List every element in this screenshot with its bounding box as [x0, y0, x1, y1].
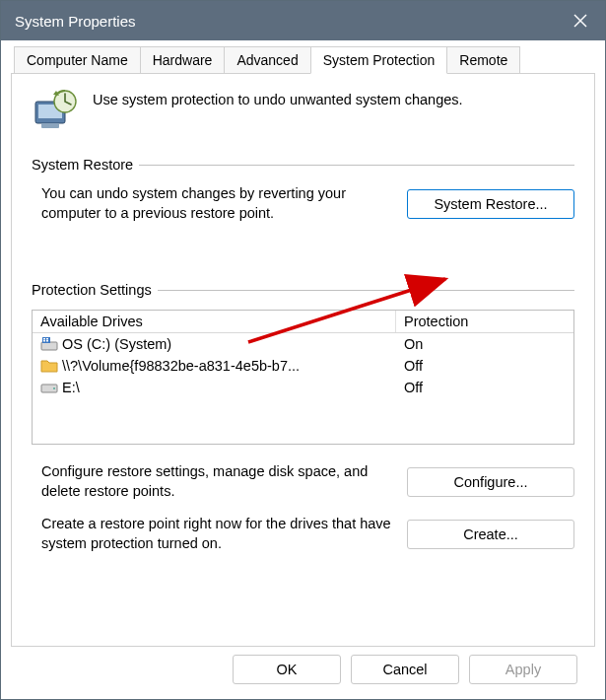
system-restore-text: You can undo system changes by reverting…	[41, 184, 391, 223]
table-header: Available Drives Protection	[33, 311, 573, 333]
header-available-drives[interactable]: Available Drives	[33, 311, 396, 332]
configure-row: Configure restore settings, manage disk …	[32, 462, 574, 501]
tab-panel-system-protection: Use system protection to undo unwanted s…	[11, 73, 595, 647]
tab-advanced[interactable]: Advanced	[224, 46, 310, 74]
tab-hardware[interactable]: Hardware	[140, 46, 226, 74]
drives-table: Available Drives Protection OS (C:) (Sys…	[32, 310, 574, 445]
svg-point-16	[53, 387, 55, 389]
header-protection[interactable]: Protection	[396, 311, 573, 332]
close-button[interactable]	[556, 1, 605, 40]
table-row[interactable]: OS (C:) (System) On	[33, 333, 573, 355]
close-icon	[573, 14, 587, 28]
titlebar: System Properties	[1, 1, 605, 40]
drive-icon	[40, 380, 58, 395]
cancel-button[interactable]: Cancel	[351, 655, 459, 684]
configure-button[interactable]: Configure...	[407, 467, 574, 497]
dialog-footer: OK Cancel Apply	[11, 647, 595, 698]
table-body: OS (C:) (System) On \\?\Volume{f98832be-…	[33, 333, 573, 444]
create-text: Create a restore point right now for the…	[41, 515, 391, 553]
group-system-restore-label: System Restore	[32, 157, 574, 173]
protection-status: Off	[396, 355, 573, 377]
svg-rect-13	[46, 338, 48, 340]
create-button[interactable]: Create...	[407, 520, 574, 549]
table-row[interactable]: \\?\Volume{f98832be-a831-4e5b-b7... Off	[33, 355, 573, 377]
folder-icon	[40, 358, 58, 374]
protection-status: On	[396, 333, 573, 355]
tab-computer-name[interactable]: Computer Name	[14, 46, 141, 74]
protection-status: Off	[396, 377, 573, 398]
drive-name: \\?\Volume{f98832be-a831-4e5b-b7...	[62, 358, 300, 374]
group-protection-settings-label: Protection Settings	[32, 282, 574, 298]
apply-button[interactable]: Apply	[469, 655, 577, 684]
drive-name: E:\	[62, 380, 80, 395]
svg-rect-9	[41, 342, 57, 350]
window-title: System Properties	[15, 13, 556, 30]
svg-rect-12	[43, 340, 45, 342]
tab-system-protection[interactable]: System Protection	[310, 46, 448, 74]
intro-row: Use system protection to undo unwanted s…	[32, 88, 574, 135]
drive-name: OS (C:) (System)	[62, 336, 171, 352]
system-restore-button[interactable]: System Restore...	[407, 189, 574, 219]
create-row: Create a restore point right now for the…	[32, 515, 574, 553]
system-properties-window: System Properties Computer Name Hardware…	[0, 0, 606, 700]
system-protection-icon	[32, 88, 79, 135]
table-row[interactable]: E:\ Off	[33, 377, 573, 398]
configure-text: Configure restore settings, manage disk …	[41, 462, 391, 501]
content-area: Computer Name Hardware Advanced System P…	[1, 40, 605, 700]
ok-button[interactable]: OK	[233, 655, 341, 684]
tab-remote[interactable]: Remote	[446, 46, 520, 74]
svg-rect-14	[46, 340, 48, 342]
tab-strip: Computer Name Hardware Advanced System P…	[14, 46, 592, 74]
svg-rect-11	[43, 338, 45, 340]
system-restore-row: You can undo system changes by reverting…	[32, 184, 574, 223]
os-drive-icon	[40, 336, 58, 352]
svg-rect-4	[41, 123, 59, 128]
intro-text: Use system protection to undo unwanted s…	[93, 88, 463, 107]
